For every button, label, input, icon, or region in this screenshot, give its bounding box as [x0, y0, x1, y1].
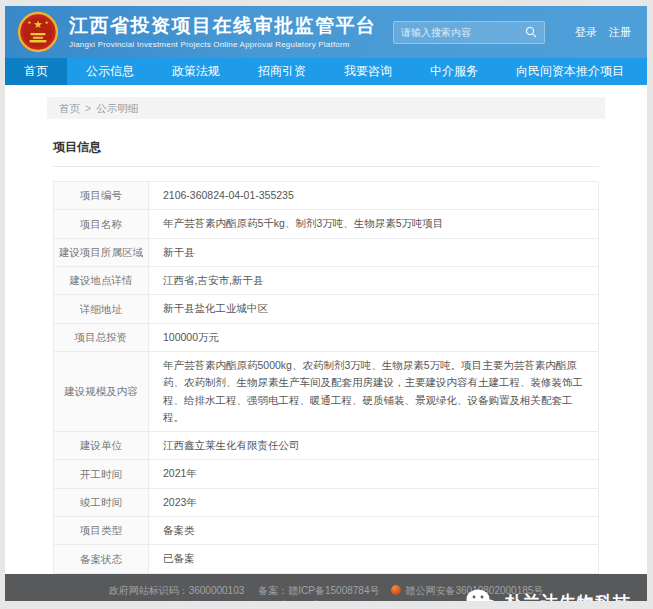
main-nav: 首页公示信息政策法规招商引资我要咨询中介服务向民间资本推介项目: [5, 58, 647, 85]
gov-site-id: 政府网站标识码：3600000103: [109, 585, 245, 596]
table-row: 建设单位 江西鑫立莱生化有限责任公司: [54, 432, 598, 460]
search-box[interactable]: [393, 21, 545, 44]
breadcrumb: 首页>公示明细: [47, 97, 605, 119]
nav-item[interactable]: 我要咨询: [325, 58, 411, 85]
search-input[interactable]: [401, 27, 525, 38]
watermark-text: 朴兰达生物科技: [505, 591, 631, 601]
svg-text:★: ★: [27, 20, 31, 25]
nav-item[interactable]: 公示信息: [67, 58, 153, 85]
row-label: 备案状态: [54, 545, 149, 572]
nav-item[interactable]: 首页: [5, 58, 67, 85]
nav-item[interactable]: 招商引资: [239, 58, 325, 85]
wechat-icon: [466, 589, 498, 601]
svg-text:★: ★: [44, 20, 48, 25]
national-emblem-logo: ★ ★ ★: [17, 11, 59, 53]
table-row: 项目名称 年产芸苔素内酯原药5千kg、制剂3万吨、生物尿素5万吨项目: [54, 210, 598, 238]
row-value: 100000万元: [149, 324, 598, 351]
svg-text:★: ★: [33, 18, 42, 30]
row-value: 江西省,吉安市,新干县: [149, 267, 598, 294]
row-label: 项目名称: [54, 210, 149, 237]
security-badge-icon: [391, 585, 401, 595]
breadcrumb-separator: >: [85, 102, 91, 114]
row-label: 项目总投资: [54, 324, 149, 351]
row-value: 备案类: [149, 517, 598, 544]
page: ★ ★ ★ 江西省投资项目在线审批监管平台 Jiangxi Provincial…: [5, 6, 647, 601]
row-value: 江西鑫立莱生化有限责任公司: [149, 432, 598, 459]
row-value: 已备案: [149, 545, 598, 572]
row-value: 年产芸苔素内酯原药5000kg、农药制剂3万吨、生物尿素5万吨。项目主要为芸苔素…: [149, 352, 598, 431]
row-label: 详细地址: [54, 295, 149, 322]
nav-item[interactable]: 中介服务: [411, 58, 497, 85]
nav-item[interactable]: 政策法规: [153, 58, 239, 85]
row-value: 年产芸苔素内酯原药5千kg、制剂3万吨、生物尿素5万吨项目: [149, 210, 598, 237]
table-row: 竣工时间 2023年: [54, 489, 598, 517]
row-label: 建设地点详情: [54, 267, 149, 294]
icp-record[interactable]: 备案：赣ICP备15008784号: [258, 585, 379, 596]
row-label: 项目类型: [54, 517, 149, 544]
login-link[interactable]: 登录: [575, 25, 597, 40]
table-row: 项目类型 备案类: [54, 517, 598, 545]
breadcrumb-home[interactable]: 首页: [59, 102, 80, 114]
table-row: 建设地点详情 江西省,吉安市,新干县: [54, 267, 598, 295]
table-row: 建设规模及内容 年产芸苔素内酯原药5000kg、农药制剂3万吨、生物尿素5万吨。…: [54, 352, 598, 432]
site-footer: 政府网站标识码：3600000103备案：赣ICP备15008784号赣公网安备…: [5, 574, 647, 601]
title-block: 江西省投资项目在线审批监管平台 Jiangxi Provincial Inves…: [69, 15, 377, 49]
row-value: 2023年: [149, 489, 598, 516]
auth-links: 登录 注册: [575, 25, 631, 40]
register-link[interactable]: 注册: [609, 25, 631, 40]
row-value: 2021年: [149, 460, 598, 487]
table-row: 开工时间 2021年: [54, 460, 598, 488]
row-label: 建设单位: [54, 432, 149, 459]
table-row: 建设项目所属区域 新干县: [54, 239, 598, 267]
row-label: 建设项目所属区域: [54, 239, 149, 266]
row-label: 竣工时间: [54, 489, 149, 516]
row-label: 建设规模及内容: [54, 352, 149, 431]
section-title: 项目信息: [53, 139, 599, 167]
project-table: 项目编号 2106-360824-04-01-355235 项目名称 年产芸苔素…: [53, 181, 599, 574]
row-value: 新干县: [149, 239, 598, 266]
table-row: 详细地址 新干县盐化工业城中区: [54, 295, 598, 323]
table-row: 项目编号 2106-360824-04-01-355235: [54, 182, 598, 210]
breadcrumb-current: 公示明细: [96, 102, 138, 114]
site-title: 江西省投资项目在线审批监管平台: [69, 15, 377, 37]
table-row: 备案状态 已备案: [54, 545, 598, 573]
row-value: 2106-360824-04-01-355235: [149, 182, 598, 209]
site-subtitle: Jiangxi Provincial Investment Projects O…: [69, 40, 377, 49]
search-icon[interactable]: [525, 26, 537, 38]
row-value: 新干县盐化工业城中区: [149, 295, 598, 322]
site-header: ★ ★ ★ 江西省投资项目在线审批监管平台 Jiangxi Provincial…: [5, 6, 647, 58]
row-label: 开工时间: [54, 460, 149, 487]
table-row: 项目总投资 100000万元: [54, 324, 598, 352]
main-content: 项目信息 项目编号 2106-360824-04-01-355235 项目名称 …: [5, 119, 647, 574]
watermark: 朴兰达生物科技: [466, 589, 631, 601]
nav-item[interactable]: 向民间资本推介项目: [497, 58, 643, 85]
row-label: 项目编号: [54, 182, 149, 209]
host-unit: 网站主办单位：江西省发展和改革委员会: [159, 600, 339, 601]
